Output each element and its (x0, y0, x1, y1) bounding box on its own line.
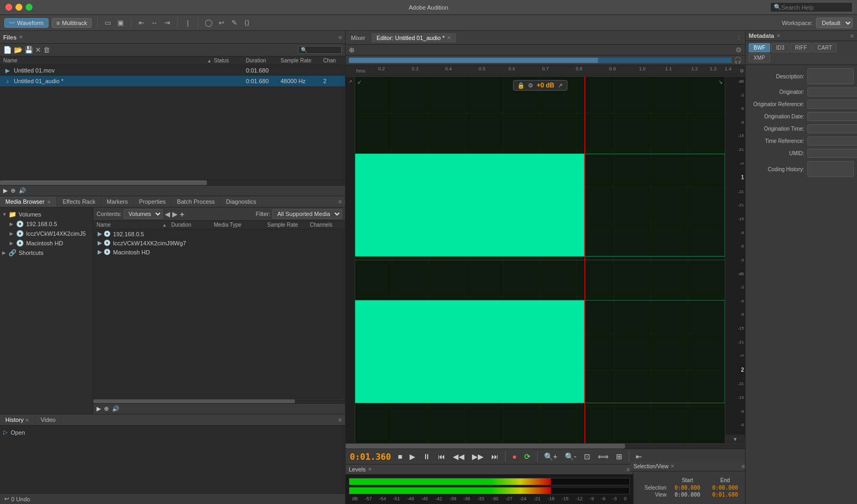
sel-end-val[interactable]: 0:00.000 (708, 485, 742, 491)
tool-icon-6[interactable]: ◯ (204, 18, 213, 28)
multitrack-tab[interactable]: ≡ Multitrack (52, 18, 92, 28)
zoom-in-btn[interactable]: 🔍+ (542, 451, 559, 462)
fwd-btn[interactable]: ▶▶ (470, 451, 486, 462)
undo-btn[interactable]: ↩ (4, 495, 9, 502)
input-orig-date[interactable] (807, 112, 857, 121)
tab-id3[interactable]: ID3 (771, 43, 789, 52)
expand-icon[interactable]: ↗ (558, 82, 563, 89)
tr-corner-btn[interactable]: ↘ (718, 79, 723, 85)
editor-settings-btn[interactable]: ⋮ (733, 34, 745, 41)
sel-start-val[interactable]: 0:00.000 (671, 485, 704, 491)
tab-diagnostics[interactable]: Diagnostics (221, 196, 262, 207)
tab-video[interactable]: Video (35, 414, 61, 425)
tree-item-192[interactable]: ▶ 💿 192.168.0.5 (0, 219, 93, 229)
filter-select[interactable]: All Supported Media (273, 209, 342, 219)
files-panel-close[interactable]: ✕ (19, 34, 23, 40)
mixer-tab[interactable]: Mixer (346, 33, 371, 43)
zoom-in-icon[interactable]: ⊕ (349, 46, 355, 54)
extra-btn[interactable]: ⇤ (634, 451, 644, 462)
open-file-btn[interactable]: 📂 (14, 46, 22, 54)
view-start-val[interactable]: 0:00.000 (671, 492, 704, 498)
media-insert-btn[interactable]: ⊕ (104, 405, 109, 412)
workspace-select[interactable]: Default (816, 18, 853, 28)
tab-markers[interactable]: Markers (101, 196, 134, 207)
metadata-close[interactable]: ✕ (776, 33, 781, 38)
media-file-row[interactable]: ▶ 💿 lcczVCkW14XK2cimJ9lWg7 (93, 238, 345, 247)
wf-settings-icon[interactable]: ⚙ (735, 46, 742, 54)
loop-btn[interactable]: ⟳ (522, 451, 533, 462)
tl-corner-btn[interactable]: ↙ (357, 79, 362, 85)
sel-view-close[interactable]: ✕ (670, 463, 675, 469)
tree-item-volumes[interactable]: ▼ 📁 Volumes (0, 210, 93, 219)
tab-close[interactable]: ✕ (47, 199, 51, 205)
media-mute-btn[interactable]: 🔊 (112, 405, 119, 412)
tab-xmp[interactable]: XMP (749, 53, 770, 62)
add-location-btn[interactable]: + (180, 210, 185, 219)
zoom-sel-btn[interactable]: ⊡ (582, 451, 592, 462)
prev-btn[interactable]: ⏮ (436, 451, 447, 462)
tool-icon-2[interactable]: ▣ (116, 18, 125, 28)
tab-history[interactable]: History ✕ (0, 414, 35, 425)
input-description[interactable] (807, 68, 854, 84)
file-row[interactable]: ▶ Untitled 01.mov 0:01.680 (0, 65, 345, 76)
zoom-out-btn[interactable]: 🔍- (563, 451, 579, 462)
tool-icon-8[interactable]: ✎ (229, 18, 239, 28)
new-file-btn[interactable]: 📄 (3, 46, 12, 54)
tool-icon-4[interactable]: ↔ (149, 18, 159, 28)
zoom-extra-btn[interactable]: ⊞ (614, 451, 624, 462)
rew-btn[interactable]: ◀◀ (451, 451, 467, 462)
tool-icon-1[interactable]: ▭ (103, 18, 113, 28)
search-help-box[interactable]: 🔍 (770, 2, 853, 12)
tab-cart[interactable]: CART (813, 43, 837, 52)
files-search-input[interactable] (307, 47, 339, 53)
pause-btn[interactable]: ⏸ (421, 451, 432, 462)
nav-forward-btn[interactable]: ▶ (172, 210, 178, 218)
input-umid[interactable] (807, 149, 857, 158)
tool-cursor[interactable]: | (183, 18, 193, 28)
zoom-all-btn[interactable]: ⟺ (596, 451, 611, 462)
tab-properties[interactable]: Properties (134, 196, 172, 207)
tree-item-mac[interactable]: ▶ 💿 Macintosh HD (0, 238, 93, 248)
tool-icon-7[interactable]: ↩ (217, 18, 226, 28)
media-file-row[interactable]: ▶ 💿 192.168.0.5 (93, 229, 345, 238)
media-panel-menu[interactable]: ≡ (335, 198, 345, 205)
save-file-btn[interactable]: 💾 (25, 46, 33, 54)
next-btn[interactable]: ⏭ (489, 451, 501, 462)
input-time-ref[interactable] (807, 137, 857, 146)
levels-menu[interactable]: ≡ (627, 466, 630, 473)
play-btn[interactable]: ▶ (407, 451, 418, 462)
editor-tab-close[interactable]: ✕ (447, 35, 451, 41)
headphone-icon[interactable]: 🎧 (734, 57, 742, 64)
close-button[interactable] (5, 4, 12, 11)
maximize-button[interactable] (26, 4, 33, 11)
files-panel-menu[interactable]: ≡ (339, 34, 342, 41)
history-item[interactable]: ▷ Open (3, 428, 342, 437)
stop-btn[interactable]: ■ (396, 451, 404, 462)
play-btn[interactable]: ▶ (3, 187, 7, 194)
input-originator[interactable] (807, 87, 857, 97)
minimize-button[interactable] (15, 4, 22, 11)
scroll-down-btn[interactable]: ▼ (725, 435, 745, 443)
tab-riff[interactable]: RIFF (790, 43, 812, 52)
input-orig-time[interactable] (807, 124, 857, 133)
nav-back-btn[interactable]: ◀ (165, 210, 170, 218)
tab-batch-process[interactable]: Batch Process (172, 196, 221, 207)
tab-bwf[interactable]: BWF (749, 43, 770, 52)
metadata-menu[interactable]: ≡ (851, 33, 854, 39)
media-file-row[interactable]: ▶ 💿 Macintosh HD (93, 247, 345, 257)
media-scroll[interactable] (93, 399, 345, 403)
close-file-btn[interactable]: ✕ (35, 46, 41, 54)
search-help-input[interactable] (781, 4, 849, 11)
delete-file-btn[interactable]: 🗑 (43, 46, 50, 54)
tool-icon-9[interactable]: ⟨⟩ (242, 18, 252, 28)
mute-btn[interactable]: 🔊 (19, 187, 26, 194)
tree-item-shortcuts[interactable]: ▶ 🔗 Shortcuts (0, 248, 93, 258)
waveform-top-scroll[interactable]: 🎧 (346, 55, 745, 65)
tool-icon-3[interactable]: ⇤ (137, 18, 146, 28)
history-panel-menu[interactable]: ≡ (335, 417, 345, 423)
input-originator-ref[interactable] (807, 100, 857, 109)
ruler-settings-icon[interactable]: ⚙ (740, 68, 744, 74)
waveform-bottom-scroll[interactable] (346, 443, 745, 449)
playhead[interactable] (584, 77, 585, 443)
tab-media-browser[interactable]: Media Browser ✕ (0, 196, 57, 207)
